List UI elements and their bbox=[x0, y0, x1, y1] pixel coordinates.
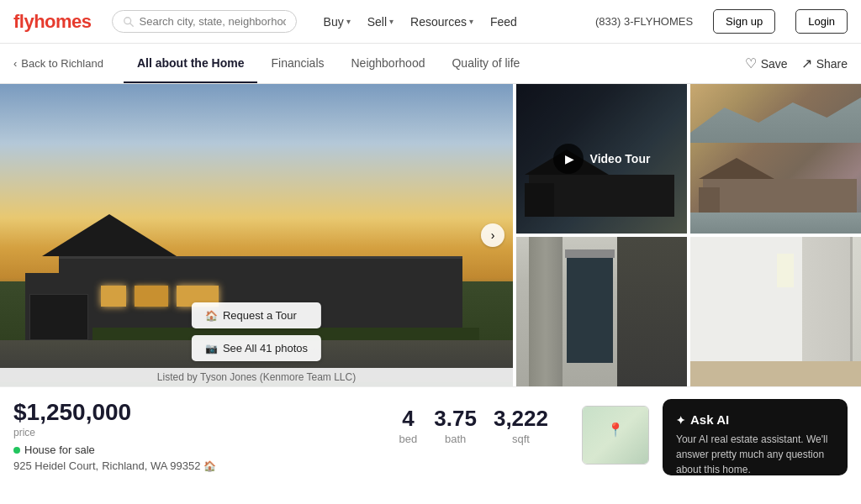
tour-icon bbox=[205, 309, 218, 322]
tab-about-home[interactable]: All about the Home bbox=[124, 45, 258, 83]
nav-resources[interactable]: Resources ▾ bbox=[404, 10, 480, 34]
share-icon bbox=[801, 55, 812, 71]
play-icon: ▶ bbox=[565, 152, 574, 165]
nav-buy[interactable]: Buy ▾ bbox=[317, 10, 357, 34]
back-arrow: ‹ bbox=[13, 57, 17, 70]
photo-caption: Listed by Tyson Jones (Kenmore Team LLC) bbox=[0, 368, 513, 386]
share-button[interactable]: Share bbox=[801, 55, 848, 71]
photo-next-arrow[interactable]: › bbox=[481, 223, 504, 247]
map-thumbnail[interactable]: 📍 bbox=[582, 406, 649, 465]
stat-beds: 4 bed bbox=[399, 406, 418, 445]
logo[interactable]: flyhomes bbox=[13, 11, 92, 33]
sell-chevron: ▾ bbox=[389, 17, 394, 26]
camera-icon bbox=[205, 342, 218, 354]
stat-baths: 3.75 bath bbox=[434, 406, 477, 445]
resources-chevron: ▾ bbox=[469, 17, 473, 26]
nav-sell[interactable]: Sell ▾ bbox=[361, 10, 400, 34]
heart-icon bbox=[745, 55, 757, 71]
map-pin: 📍 bbox=[607, 422, 624, 438]
side-photo-door[interactable] bbox=[516, 237, 687, 386]
logo-text: flyhomes bbox=[13, 11, 92, 32]
price-label: price bbox=[13, 427, 366, 438]
photo-overlay-buttons: Request a Tour See All 41 photos bbox=[192, 302, 321, 361]
sub-nav-actions: Save Share bbox=[745, 55, 848, 71]
tab-financials[interactable]: Financials bbox=[257, 45, 337, 83]
property-price: $1,250,000 bbox=[13, 399, 366, 426]
video-label: Video Tour bbox=[590, 152, 651, 165]
video-row: ▶ Video Tour bbox=[553, 144, 651, 174]
side-photo-video[interactable]: ▶ Video Tour bbox=[516, 84, 687, 234]
status-dot bbox=[13, 447, 20, 454]
home-icon: 🏠 bbox=[203, 460, 216, 472]
side-photo-aerial[interactable] bbox=[690, 84, 861, 234]
top-nav: flyhomes Buy ▾ Sell ▾ Resources ▾ Feed (… bbox=[0, 0, 861, 44]
save-button[interactable]: Save bbox=[745, 55, 788, 71]
ai-card-title: Ask AI bbox=[676, 412, 834, 427]
nav-feed[interactable]: Feed bbox=[483, 10, 524, 34]
main-photo: Request a Tour See All 41 photos › Liste… bbox=[0, 84, 513, 386]
side-photo-interior[interactable] bbox=[690, 237, 861, 386]
phone-number: (833) 3-FLYHOMES bbox=[595, 15, 693, 28]
sub-nav-tabs: All about the Home Financials Neighborho… bbox=[124, 45, 745, 83]
search-icon bbox=[123, 16, 135, 28]
request-tour-button[interactable]: Request a Tour bbox=[192, 302, 321, 328]
price-section: $1,250,000 price House for sale 925 Heid… bbox=[13, 399, 366, 475]
search-box[interactable] bbox=[112, 10, 297, 33]
property-status: House for sale bbox=[13, 444, 366, 456]
sub-nav: ‹ Back to Richland All about the Home Fi… bbox=[0, 44, 861, 84]
back-link[interactable]: ‹ Back to Richland bbox=[13, 57, 103, 70]
search-input[interactable] bbox=[140, 15, 286, 28]
property-address: 925 Heidel Court, Richland, WA 99352 🏠 bbox=[13, 459, 366, 472]
property-stats: 4 bed 3.75 bath 3,222 sqft 📍 bbox=[399, 399, 649, 475]
tab-quality-of-life[interactable]: Quality of life bbox=[438, 45, 533, 83]
video-badge: ▶ Video Tour bbox=[516, 84, 687, 234]
stat-sqft: 3,222 sqft bbox=[494, 406, 548, 445]
svg-line-1 bbox=[129, 23, 133, 26]
side-photos: ▶ Video Tour bbox=[516, 84, 861, 386]
tab-neighborhood[interactable]: Neighborhood bbox=[338, 45, 439, 83]
play-button[interactable]: ▶ bbox=[553, 144, 584, 174]
sparkle-icon bbox=[676, 413, 685, 427]
see-all-photos-button[interactable]: See All 41 photos bbox=[192, 335, 321, 361]
buy-chevron: ▾ bbox=[346, 17, 351, 26]
signup-button[interactable]: Sign up bbox=[713, 9, 775, 34]
ai-card-text: Your AI real estate assistant. We'll ans… bbox=[676, 432, 834, 477]
ai-card[interactable]: Ask AI Your AI real estate assistant. We… bbox=[663, 399, 848, 475]
main-nav: Buy ▾ Sell ▾ Resources ▾ Feed bbox=[317, 10, 524, 34]
bottom-section: $1,250,000 price House for sale 925 Heid… bbox=[0, 386, 861, 487]
login-button[interactable]: Login bbox=[795, 9, 848, 34]
